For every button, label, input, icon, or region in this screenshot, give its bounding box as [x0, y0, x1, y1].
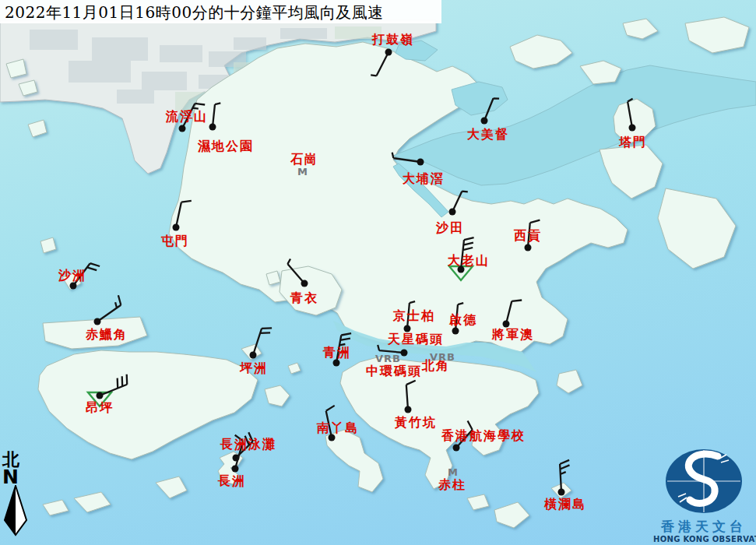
landmass-new-territories — [169, 42, 628, 352]
island-lamma — [325, 430, 383, 492]
north-label-n: N — [2, 469, 33, 485]
map-title: 2022年11月01日16時00分的十分鐘平均風向及風速 — [5, 2, 384, 23]
wind-map-canvas: 打鼓嶺流浮山濕地公園石崗M大美督塔門大埔滘沙田西貢大老山屯門沙洲赤鱲角青衣坪洲青… — [0, 0, 756, 545]
island-sha-chau — [62, 272, 81, 290]
north-compass: 北 N — [2, 451, 33, 540]
island-waglan — [551, 483, 571, 498]
hko-name-chinese: 香港天文台 — [653, 519, 754, 534]
hko-name-english: HONG KONG OBSERVATORY — [653, 535, 754, 543]
hko-logo-icon — [663, 446, 744, 516]
island-cheung-chau — [218, 452, 243, 484]
hong-kong-map — [0, 0, 756, 545]
island-peng-chau — [241, 344, 262, 360]
title-bar: 2022年11月01日16時00分的十分鐘平均風向及風速 — [0, 0, 441, 23]
airport-platform — [43, 317, 147, 349]
north-arrow-icon — [2, 485, 30, 536]
hko-logo: 香港天文台 HONG KONG OBSERVATORY — [653, 446, 754, 543]
island-lantau — [38, 350, 258, 459]
